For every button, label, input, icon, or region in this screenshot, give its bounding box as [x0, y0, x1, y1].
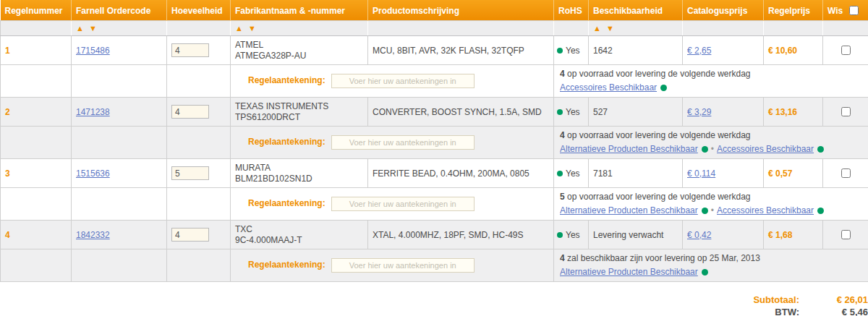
alternatives-link[interactable]: Alternatieve Producten Beschikbaar: [560, 267, 698, 277]
note-label: Regelaantekening:: [248, 137, 326, 147]
col-header-productomschrijving: Productomschrijving: [368, 0, 554, 21]
catalog-price-link[interactable]: € 2,65: [687, 46, 711, 56]
manufacturer-number: TPS61200DRCT: [235, 112, 363, 123]
catalog-price-link[interactable]: € 0,42: [687, 230, 711, 240]
rohs-compliant-icon: [557, 48, 563, 54]
related-links: Alternatieve Producten Beschikbaar•Acces…: [560, 142, 864, 156]
col-header-beschikbaarheid: Beschikbaarheid: [589, 0, 683, 21]
empty-cell: [1, 249, 72, 282]
delete-line-checkbox[interactable]: [841, 107, 851, 116]
available-dot-icon: [817, 146, 824, 153]
col-header-catalogusprijs: Catalogusprijs: [683, 0, 764, 21]
manufacturer-name: MURATA: [235, 163, 363, 174]
sort-cell-empty: [683, 21, 764, 36]
empty-cell: [167, 127, 231, 159]
empty-cell: [72, 188, 167, 221]
empty-cell: [1, 65, 72, 98]
alternatives-link[interactable]: Alternatieve Producten Beschikbaar: [560, 144, 698, 154]
select-all-checkbox[interactable]: [849, 6, 859, 15]
empty-cell: [167, 188, 231, 221]
empty-cell: [72, 127, 167, 159]
manufacturer-number: 9C-4.000MAAJ-T: [235, 235, 363, 246]
sort-cell-empty: [167, 21, 231, 36]
sort-controls-row: ▲ ▼ ▲ ▼ ▲ ▼: [1, 21, 868, 36]
note-input[interactable]: [331, 135, 475, 150]
link-separator: •: [711, 144, 714, 154]
catalog-price-link[interactable]: € 3,29: [687, 107, 711, 117]
order-lines-table: Regelnummer Farnell Ordercode Hoeveelhei…: [0, 0, 868, 282]
col-header-regelprijs: Regelprijs: [764, 0, 823, 21]
rohs-compliant-icon: [557, 232, 563, 238]
rohs-value: Yes: [566, 168, 580, 179]
quantity-input[interactable]: [171, 105, 209, 119]
rohs-value: Yes: [566, 46, 580, 56]
vat-value: € 5,46: [799, 306, 868, 316]
order-totals: Subtotaal: € 26,01 BTW: € 5,46 Totaal: €…: [0, 294, 868, 316]
line-note-row: Regelaantekening: 4 zal beschikbaar zijn…: [1, 249, 868, 282]
sort-cell-beschikbaarheid: ▲ ▼: [589, 21, 683, 36]
delete-line-checkbox[interactable]: [841, 168, 851, 178]
table-row: 3 1515636 MURATA BLM21BD102SN1D FERRITE …: [1, 159, 868, 188]
sort-cell-ordercode: ▲ ▼: [72, 21, 167, 36]
product-description: MCU, 8BIT, AVR, 32K FLASH, 32TQFP: [368, 36, 554, 65]
col-header-ordercode: Farnell Ordercode: [72, 0, 167, 21]
ordercode-link[interactable]: 1515636: [76, 168, 110, 179]
vat-label: BTW:: [775, 306, 799, 316]
note-input[interactable]: [331, 197, 475, 211]
related-links: Alternatieve Producten Beschikbaar•Acces…: [560, 204, 864, 218]
accessories-link[interactable]: Accessoires Beschikbaar: [717, 205, 814, 215]
sort-desc-icon[interactable]: ▼: [89, 24, 98, 33]
sort-cell-fabrikant: ▲ ▼: [231, 21, 368, 36]
stock-message: 4 zal beschikbaar zijn voor levering op …: [560, 252, 864, 265]
rohs-compliant-icon: [557, 109, 563, 115]
manufacturer-name: TXC: [235, 224, 363, 235]
col-header-wis: Wis: [823, 0, 868, 21]
line-note-row: Regelaantekening: 4 op voorraad voor lev…: [1, 65, 868, 98]
rohs-value: Yes: [566, 230, 580, 240]
available-dot-icon: [660, 85, 667, 91]
accessories-link[interactable]: Accessoires Beschikbaar: [717, 144, 814, 154]
quantity-input[interactable]: [171, 166, 209, 180]
delete-line-checkbox[interactable]: [841, 230, 851, 239]
note-label: Regelaantekening:: [248, 198, 326, 208]
available-dot-icon: [702, 269, 708, 276]
quantity-input[interactable]: [171, 228, 209, 242]
delete-line-checkbox[interactable]: [841, 46, 851, 55]
available-dot-icon: [702, 146, 708, 153]
line-number: 4: [5, 230, 10, 240]
sort-desc-icon[interactable]: ▼: [248, 24, 258, 33]
note-input[interactable]: [331, 258, 475, 273]
manufacturer-name: TEXAS INSTRUMENTS: [235, 101, 363, 112]
line-price: € 10,60: [764, 36, 823, 65]
ordercode-link[interactable]: 1471238: [76, 107, 110, 117]
note-label: Regelaantekening:: [248, 260, 326, 270]
line-note-row: Regelaantekening: 4 op voorraad voor lev…: [1, 127, 868, 159]
sort-asc-icon[interactable]: ▲: [593, 24, 603, 33]
table-row: 2 1471238 TEXAS INSTRUMENTS TPS61200DRCT…: [1, 98, 868, 127]
sort-asc-icon[interactable]: ▲: [235, 24, 244, 33]
catalog-price-link[interactable]: € 0,114: [687, 168, 715, 179]
ordercode-link[interactable]: 1842332: [76, 230, 110, 240]
alternatives-link[interactable]: Alternatieve Producten Beschikbaar: [560, 205, 698, 215]
note-label: Regelaantekening:: [248, 75, 326, 85]
sort-asc-icon[interactable]: ▲: [76, 24, 85, 33]
availability-value: Levering verwacht: [589, 221, 683, 249]
sort-cell-empty: [764, 21, 823, 36]
table-row: 1 1715486 ATMEL ATMEGA328P-AU MCU, 8BIT,…: [1, 36, 868, 65]
accessories-link[interactable]: Accessoires Beschikbaar: [560, 82, 657, 93]
availability-value: 7181: [589, 159, 683, 188]
manufacturer-name: ATMEL: [235, 40, 363, 51]
related-links: Accessoires Beschikbaar: [560, 81, 864, 95]
empty-cell: [167, 65, 231, 98]
stock-message: 4 op voorraad voor levering de volgende …: [560, 67, 864, 81]
col-header-wis-label: Wis: [827, 6, 843, 16]
ordercode-link[interactable]: 1715486: [76, 46, 110, 56]
empty-cell: [72, 65, 167, 98]
availability-value: 527: [589, 98, 683, 127]
sort-cell-empty: [1, 21, 72, 36]
quantity-input[interactable]: [171, 43, 209, 57]
note-input[interactable]: [331, 74, 475, 88]
empty-cell: [167, 249, 231, 282]
sort-desc-icon[interactable]: ▼: [606, 24, 616, 33]
subtotal-label: Subtotaal:: [753, 294, 799, 306]
